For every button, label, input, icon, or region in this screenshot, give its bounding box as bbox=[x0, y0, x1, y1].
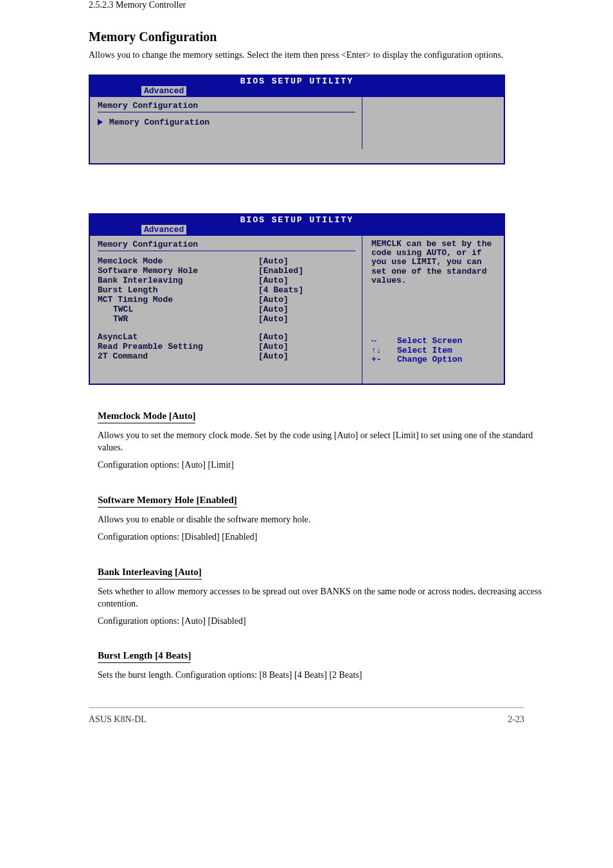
subsection-body: Sets the burst length. Configuration opt… bbox=[98, 669, 542, 682]
option-value: [4 Beats] bbox=[258, 285, 303, 295]
bios-screenshot-1: BIOS SETUP UTILITY Advanced Memory Confi… bbox=[89, 75, 505, 164]
section-path: 2.5.2.3 Memory Controller bbox=[89, 0, 542, 10]
section-title: Memory Configuration bbox=[89, 30, 542, 44]
option-value: [Auto] bbox=[258, 295, 289, 305]
bios-title: BIOS SETUP UTILITY bbox=[90, 215, 504, 225]
subsection-body: Sets whether to allow memory accesses to… bbox=[98, 586, 542, 610]
option-label: Burst Length bbox=[98, 285, 258, 295]
key-hint-select-screen: ↔ Select Screen bbox=[371, 337, 497, 346]
option-label: TWR bbox=[98, 314, 258, 324]
bios-tab-row: Advanced bbox=[90, 86, 504, 97]
option-label: TWCL bbox=[98, 305, 258, 314]
option-label: MCT Timing Mode bbox=[98, 295, 258, 305]
option-twr[interactable]: TWR [Auto] bbox=[98, 314, 355, 324]
footer-right: 2-23 bbox=[508, 714, 524, 725]
option-value: [Auto] bbox=[258, 276, 289, 285]
option-bank-interleaving[interactable]: Bank Interleaving [Auto] bbox=[98, 276, 355, 285]
option-label: Bank Interleaving bbox=[98, 276, 258, 285]
bios-tab-advanced[interactable]: Advanced bbox=[141, 86, 186, 96]
option-label: AsyncLat bbox=[98, 332, 258, 342]
option-value: [Auto] bbox=[258, 342, 289, 351]
option-label: Memclock Mode bbox=[98, 256, 258, 266]
option-value: [Auto] bbox=[258, 314, 289, 324]
subsection-title-memclock: Memclock Mode [Auto] bbox=[98, 411, 195, 423]
bios-section-head: Memory Configuration bbox=[98, 240, 355, 251]
bios-tab-advanced[interactable]: Advanced bbox=[141, 225, 186, 235]
triangle-right-icon bbox=[98, 119, 103, 125]
bios-tab-row: Advanced bbox=[90, 225, 504, 236]
subsection-title-burst-length: Burst Length [4 Beats] bbox=[98, 650, 191, 663]
torn-edge bbox=[89, 131, 505, 164]
help-text: MEMCLK can be set by the code using AUTO… bbox=[371, 240, 497, 285]
torn-edge bbox=[89, 351, 505, 385]
option-asynclat[interactable]: AsyncLat [Auto] bbox=[98, 332, 355, 342]
option-value: [Auto] bbox=[258, 332, 289, 342]
option-mct-timing-mode[interactable]: MCT Timing Mode [Auto] bbox=[98, 295, 355, 305]
option-read-preamble-setting[interactable]: Read Preamble Setting [Auto] bbox=[98, 342, 355, 351]
submenu-memory-configuration[interactable]: Memory Configuration bbox=[98, 118, 355, 127]
section-body: Allows you to change the memory settings… bbox=[89, 49, 542, 62]
option-label: Software Memory Hole bbox=[98, 266, 258, 276]
footer-left: ASUS K8N-DL bbox=[89, 714, 147, 725]
option-burst-length[interactable]: Burst Length [4 Beats] bbox=[98, 285, 355, 295]
submenu-label: Memory Configuration bbox=[109, 118, 209, 127]
footer-rule bbox=[89, 707, 524, 708]
option-twcl[interactable]: TWCL [Auto] bbox=[98, 305, 355, 314]
arrows-horizontal-icon: ↔ bbox=[371, 337, 386, 346]
subsection-title-software-memory-hole: Software Memory Hole [Enabled] bbox=[98, 495, 237, 508]
bios-screenshot-2: BIOS SETUP UTILITY Advanced Memory Confi… bbox=[89, 213, 505, 385]
option-label: Read Preamble Setting bbox=[98, 342, 258, 351]
subsection-config: Configuration options: [Disabled] [Enabl… bbox=[98, 531, 542, 544]
option-value: [Enabled] bbox=[258, 266, 303, 276]
option-memclock-mode[interactable]: Memclock Mode [Auto] bbox=[98, 256, 355, 266]
key-label: Select Screen bbox=[397, 337, 462, 346]
subsection-body: Allows you to set the memory clock mode.… bbox=[98, 430, 542, 454]
option-software-memory-hole[interactable]: Software Memory Hole [Enabled] bbox=[98, 266, 355, 276]
option-value: [Auto] bbox=[258, 305, 289, 314]
bios-section-head: Memory Configuration bbox=[98, 101, 355, 112]
subsection-title-bank-interleaving: Bank Interleaving [Auto] bbox=[98, 567, 202, 580]
bios-title: BIOS SETUP UTILITY bbox=[90, 76, 504, 86]
option-value: [Auto] bbox=[258, 256, 289, 266]
subsection-config: Configuration options: [Auto] [Disabled] bbox=[98, 616, 542, 628]
subsection-config: Configuration options: [Auto] [Limit] bbox=[98, 459, 542, 472]
subsection-body: Allows you to enable or disable the soft… bbox=[98, 514, 542, 526]
